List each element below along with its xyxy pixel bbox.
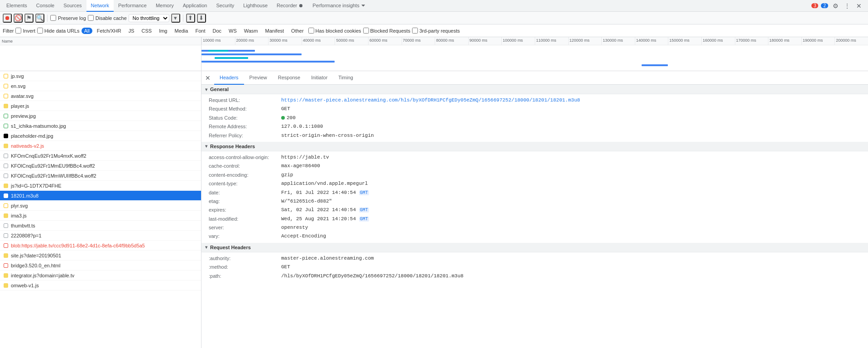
filter-type-all[interactable]: All bbox=[82, 28, 92, 34]
list-item[interactable]: bridge3.520.0_en.html bbox=[0, 261, 201, 271]
list-item[interactable]: omweb-v1.js bbox=[0, 280, 201, 290]
settings-icon[interactable]: ⚙ bbox=[831, 1, 840, 10]
clear-button[interactable]: 🚫 bbox=[14, 14, 23, 23]
filter-icon-btn[interactable]: ⚑ bbox=[24, 14, 34, 23]
import-icon[interactable]: ⬆ bbox=[186, 14, 195, 23]
requests-list: jp.svg en.svg avatar.svg player.js previ… bbox=[0, 71, 201, 348]
tab-preview[interactable]: Preview bbox=[244, 71, 273, 85]
tab-performance-insights[interactable]: Performance insights ⏷ bbox=[308, 0, 370, 12]
invert-label[interactable]: Invert bbox=[15, 28, 35, 34]
third-party-requests-checkbox[interactable] bbox=[412, 28, 418, 34]
search-button[interactable]: 🔍 bbox=[35, 14, 44, 23]
time-label-3: 30000 ms bbox=[268, 37, 302, 45]
has-blocked-cookies-label[interactable]: Has blocked cookies bbox=[308, 28, 361, 34]
tab-network[interactable]: Network bbox=[86, 0, 114, 12]
tab-sources[interactable]: Sources bbox=[59, 0, 86, 12]
item-icon bbox=[4, 164, 8, 168]
close-devtools-icon[interactable]: ✕ bbox=[854, 1, 863, 10]
filter-type-media[interactable]: Media bbox=[172, 28, 191, 34]
list-item[interactable]: plyr.svg bbox=[0, 201, 201, 211]
list-item[interactable]: preview.jpg bbox=[0, 111, 201, 121]
tab-elements[interactable]: Elements bbox=[2, 0, 32, 12]
tab-console[interactable]: Console bbox=[32, 0, 59, 12]
blocked-requests-text: Blocked Requests bbox=[370, 28, 411, 34]
tab-memory[interactable]: Memory bbox=[151, 0, 178, 12]
tab-recorder[interactable]: Recorder ⏺ bbox=[272, 0, 308, 12]
tab-performance[interactable]: Performance bbox=[114, 0, 151, 12]
has-blocked-cookies-checkbox[interactable] bbox=[308, 28, 314, 34]
filter-type-img[interactable]: Img bbox=[156, 28, 170, 34]
list-item[interactable]: js?id=G-1DTX7D4FHE bbox=[0, 181, 201, 191]
status-code-row: Status Code 200 bbox=[201, 114, 868, 122]
list-item[interactable]: en.svg bbox=[0, 81, 201, 91]
reqh-key-1: :method bbox=[209, 264, 281, 271]
hide-data-urls-checkbox[interactable] bbox=[37, 28, 43, 34]
list-item[interactable]: s1_ichika-matsumoto.jpg bbox=[0, 121, 201, 131]
list-item[interactable]: ima3.js bbox=[0, 211, 201, 221]
filter-type-manifest[interactable]: Manifest bbox=[263, 28, 287, 34]
record-button[interactable]: ⏺ bbox=[3, 14, 12, 23]
third-party-requests-text: 3rd-party requests bbox=[419, 28, 460, 34]
third-party-requests-label[interactable]: 3rd-party requests bbox=[412, 28, 460, 34]
list-item[interactable]: KFOlCnqEu92Fr1MmWUIIfBBc4.woff2 bbox=[0, 171, 201, 181]
list-item[interactable]: blob:https://jable.tv/ccc9d911-68e2-4d1c… bbox=[0, 241, 201, 251]
throttle-dropdown-icon[interactable]: ▾ bbox=[171, 14, 180, 23]
preserve-log-label[interactable]: Preserve log bbox=[50, 15, 86, 21]
request-headers-section-header[interactable]: Request Headers bbox=[201, 243, 868, 252]
time-label-10: 100000 ms bbox=[501, 37, 535, 45]
rh-val-1: max-age=86400 bbox=[281, 163, 320, 169]
tab-initiator[interactable]: Initiator bbox=[306, 71, 333, 85]
error-badge: 3 bbox=[811, 3, 819, 8]
filter-type-js[interactable]: JS bbox=[126, 28, 137, 34]
export-icon[interactable]: ⬇ bbox=[197, 14, 206, 23]
disable-cache-label[interactable]: Disable cache bbox=[88, 15, 127, 21]
tab-application[interactable]: Application bbox=[178, 0, 212, 12]
disable-cache-checkbox[interactable] bbox=[88, 15, 94, 21]
filter-type-font[interactable]: Font bbox=[192, 28, 208, 34]
filter-type-fetchxhr[interactable]: Fetch/XHR bbox=[94, 28, 124, 34]
more-icon[interactable]: ⋮ bbox=[843, 1, 852, 10]
list-item[interactable]: nativeads-v2.js bbox=[0, 141, 201, 151]
tab-headers[interactable]: Headers bbox=[214, 71, 244, 85]
list-item[interactable]: avatar.svg bbox=[0, 91, 201, 101]
filter-type-wasm[interactable]: Wasm bbox=[241, 28, 261, 34]
rh-val-9: Accept-Encoding bbox=[281, 233, 326, 240]
invert-checkbox[interactable] bbox=[15, 28, 21, 34]
list-item[interactable]: KFOmCnqEu92Fr1Mu4mxK.woff2 bbox=[0, 151, 201, 161]
tab-lighthouse[interactable]: Lighthouse bbox=[239, 0, 272, 12]
name-column-header: Name bbox=[0, 37, 201, 45]
filter-type-doc[interactable]: Doc bbox=[210, 28, 224, 34]
response-headers-section-header[interactable]: Response Headers bbox=[201, 142, 868, 151]
details-close-button[interactable]: ✕ bbox=[203, 73, 212, 82]
blocked-requests-checkbox[interactable] bbox=[363, 28, 369, 34]
filter-type-css[interactable]: CSS bbox=[139, 28, 155, 34]
filter-label: Filter bbox=[3, 28, 14, 34]
time-label-13: 130000 ms bbox=[601, 37, 635, 45]
list-item[interactable]: KFOlCnqEu92Fr1MmEU9fBBc4.woff2 bbox=[0, 161, 201, 171]
list-item[interactable]: jp.svg bbox=[0, 71, 201, 81]
hide-data-urls-label[interactable]: Hide data URLs bbox=[37, 28, 80, 34]
list-item[interactable]: site.js?date=20190501 bbox=[0, 251, 201, 261]
list-item[interactable]: player.js bbox=[0, 101, 201, 111]
preserve-log-checkbox[interactable] bbox=[50, 15, 56, 21]
filter-type-ws[interactable]: WS bbox=[226, 28, 240, 34]
filter-type-other[interactable]: Other bbox=[288, 28, 307, 34]
list-item[interactable]: 2220808?p=1 bbox=[0, 231, 201, 241]
item-name: integrator.js?domain=jable.tv bbox=[11, 273, 74, 278]
tab-response[interactable]: Response bbox=[273, 71, 306, 85]
tab-timing[interactable]: Timing bbox=[333, 71, 359, 85]
list-item[interactable]: placeholder-md.jpg bbox=[0, 131, 201, 141]
list-item-selected[interactable]: 18201.m3u8 bbox=[0, 191, 201, 201]
rh-val-3: application/vnd.apple.mpegurl bbox=[281, 180, 368, 187]
requests-panel: jp.svg en.svg avatar.svg player.js previ… bbox=[0, 71, 201, 348]
list-item[interactable]: integrator.js?domain=jable.tv bbox=[0, 271, 201, 280]
blocked-requests-label[interactable]: Blocked Requests bbox=[363, 28, 411, 34]
response-headers-body: access-control-allow-origin https://jabl… bbox=[201, 151, 868, 243]
list-item[interactable]: thumbvtt.ts bbox=[0, 221, 201, 231]
tab-security[interactable]: Security bbox=[211, 0, 239, 12]
item-name: preview.jpg bbox=[11, 113, 36, 119]
item-icon bbox=[4, 283, 8, 288]
time-label-14: 140000 ms bbox=[635, 37, 668, 45]
throttling-select[interactable]: No throttling bbox=[129, 14, 169, 22]
general-section-header[interactable]: General bbox=[201, 85, 868, 94]
